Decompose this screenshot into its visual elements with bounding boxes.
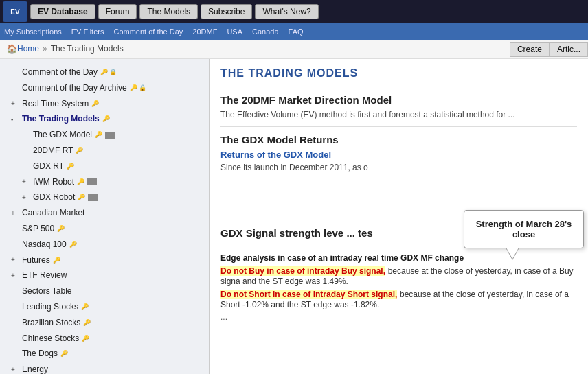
nav-ev-database[interactable]: EV Database xyxy=(30,4,95,19)
key-icon: 🔑 xyxy=(83,318,91,327)
expand-plus-icon: + xyxy=(11,209,19,218)
tooltip-box: Strength of March 28's close xyxy=(464,210,584,248)
sidebar-item-20dmf-rt[interactable]: 20DMF RT 🔑 xyxy=(0,143,209,159)
sub-nav-bar: My Subscriptions EV Filters Comment of t… xyxy=(0,23,588,40)
site-logo: EV xyxy=(3,1,27,22)
sidebar-label: The GDX Model xyxy=(33,129,92,141)
sidebar-label: Comment of the Day Archive xyxy=(22,82,127,94)
tooltip-arrow-inner xyxy=(506,248,519,259)
sidebar-item-sp500[interactable]: S&P 500 🔑 xyxy=(0,221,209,237)
sidebar-label: IWM Robot xyxy=(33,176,74,188)
sidebar-item-real-time-system[interactable]: + Real Time System 🔑 xyxy=(0,96,209,112)
sidebar-label: GDX RT xyxy=(33,161,64,172)
sidebar-item-leading-stocks[interactable]: Leading Stocks 🔑 xyxy=(0,299,209,315)
sidebar-item-brazilian-stocks[interactable]: Brazilian Stocks 🔑 xyxy=(0,315,209,331)
sidebar-item-etf-review[interactable]: + ETF Review xyxy=(0,268,209,283)
page-title: THE TRADING MODELS xyxy=(220,67,577,84)
key-icon: 🔑 xyxy=(102,115,110,124)
key-icon: 🔑 xyxy=(91,100,99,108)
sidebar-label: S&P 500 xyxy=(22,223,54,235)
create-button[interactable]: Create xyxy=(510,42,550,57)
subnav-20dmf[interactable]: 20DMF xyxy=(192,27,217,36)
ellipsis: ... xyxy=(220,312,577,322)
article-button[interactable]: Artic... xyxy=(550,42,588,57)
chart-icon xyxy=(87,178,97,185)
sidebar-label: Real Time System xyxy=(22,98,89,110)
edge-analysis-title: Edge analysis in case of an intraday rea… xyxy=(220,253,577,263)
nav-the-models[interactable]: The Models xyxy=(139,4,198,19)
key-icon: 🔑 xyxy=(57,224,65,233)
expand-plus-icon: + xyxy=(22,177,30,187)
section2-title: The GDX Model Returns xyxy=(220,134,577,145)
sidebar: Comment of the Day 🔑 🔒 Comment of the Da… xyxy=(0,59,210,374)
sidebar-label: Leading Stocks xyxy=(22,301,78,313)
sidebar-label: ETF Review xyxy=(22,270,67,281)
sidebar-item-gdx-model[interactable]: The GDX Model 🔑 xyxy=(0,127,209,143)
sidebar-item-gdx-rt[interactable]: GDX RT 🔑 xyxy=(0,159,209,174)
subnav-canada[interactable]: Canada xyxy=(252,27,279,36)
sidebar-item-futures[interactable]: + Futures 🔑 xyxy=(0,253,209,268)
tooltip-line2: close xyxy=(512,229,535,239)
key-icon: 🔑 xyxy=(100,68,108,77)
subnav-ev-filters[interactable]: EV Filters xyxy=(71,27,104,36)
content-area: THE TRADING MODELS The 20DMF Market Dire… xyxy=(210,59,588,374)
sidebar-item-iwm-robot[interactable]: + IWM Robot 🔑 xyxy=(0,174,209,190)
breadcrumb-separator: » xyxy=(43,44,47,54)
section1-title: The 20DMF Market Direction Model xyxy=(220,94,577,106)
nav-forum[interactable]: Forum xyxy=(98,4,137,19)
sidebar-item-the-dogs[interactable]: The Dogs 🔑 xyxy=(0,346,209,362)
sidebar-label: Sectors Table xyxy=(22,285,72,297)
section1-text: The Effective Volume (EV) method is firs… xyxy=(220,110,577,119)
sidebar-item-comment-archive[interactable]: Comment of the Day Archive 🔑 🔒 xyxy=(0,80,209,96)
breadcrumb-icon: 🏠 xyxy=(7,44,17,54)
short-signal-highlight: Do not Short in case of intraday Short s… xyxy=(220,290,397,299)
nav-whats-new[interactable]: What's New? xyxy=(255,4,318,19)
expand-plus-icon: + xyxy=(11,271,19,281)
main-layout: Comment of the Day 🔑 🔒 Comment of the Da… xyxy=(0,59,588,374)
sidebar-label: Chinese Stocks xyxy=(22,333,79,344)
sidebar-item-nasdaq100[interactable]: Nasdaq 100 🔑 xyxy=(0,237,209,253)
section3-title-end: tes xyxy=(358,227,373,239)
chart-icon xyxy=(105,132,115,139)
sidebar-item-sectors-table[interactable]: Sectors Table xyxy=(0,283,209,299)
sidebar-label: Nasdaq 100 xyxy=(22,239,67,250)
subnav-comment-of-the-day[interactable]: Comment of the Day xyxy=(113,27,183,36)
expand-plus-icon: + xyxy=(11,255,19,265)
subnav-faq[interactable]: FAQ xyxy=(289,27,304,36)
tooltip-line1: Strength of March 28's xyxy=(476,219,572,229)
breadcrumb: 🏠 Home » The Trading Models xyxy=(0,40,131,58)
sidebar-label: Canadian Market xyxy=(22,207,84,219)
section3-title-text: GDX Signal strength leve xyxy=(220,227,343,239)
top-right-buttons: Create Artic... xyxy=(510,42,588,57)
subnav-usa[interactable]: USA xyxy=(227,27,242,36)
sidebar-label: The Dogs xyxy=(22,348,58,360)
sidebar-label: GDX Robot xyxy=(33,191,75,203)
key-icon: 🔑 xyxy=(69,240,77,249)
expand-minus-icon: - xyxy=(11,115,19,124)
key-icon: 🔑 xyxy=(76,146,83,155)
nav-subscribe[interactable]: Subscribe xyxy=(201,4,252,19)
section2-text: Since its launch in December 2011, as o xyxy=(220,163,577,172)
top-nav-bar: EV EV Database Forum The Models Subscrib… xyxy=(0,0,588,23)
sidebar-label: Comment of the Day xyxy=(22,67,98,78)
key-icon: 🔑 xyxy=(67,162,74,171)
subnav-my-subscriptions[interactable]: My Subscriptions xyxy=(4,27,62,36)
key-icon: 🔑 xyxy=(130,84,137,93)
buy-signal-highlight: Do not Buy in case of intraday Buy signa… xyxy=(220,266,385,276)
sidebar-item-energy[interactable]: + Energy xyxy=(0,362,209,374)
breadcrumb-home-link[interactable]: Home xyxy=(17,44,39,54)
key-icon: 🔑 xyxy=(82,334,89,343)
sidebar-label: Energy xyxy=(22,364,48,374)
key-icon: 🔑 xyxy=(78,193,85,202)
sidebar-item-chinese-stocks[interactable]: Chinese Stocks 🔑 xyxy=(0,331,209,347)
sidebar-item-gdx-robot[interactable]: + GDX Robot 🔑 xyxy=(0,189,209,205)
key-icon: 🔑 xyxy=(95,130,102,139)
sidebar-item-comment-of-the-day[interactable]: Comment of the Day 🔑 🔒 xyxy=(0,65,209,80)
sidebar-item-canadian-market[interactable]: + Canadian Market xyxy=(0,205,209,221)
sidebar-label: 20DMF RT xyxy=(33,145,73,156)
breadcrumb-current: The Trading Models xyxy=(51,44,124,54)
expand-plus-icon: + xyxy=(22,193,30,202)
section3-title-ellipsis: ... xyxy=(346,227,355,239)
sidebar-item-trading-models[interactable]: - The Trading Models 🔑 xyxy=(0,111,209,127)
key-icon: 🔑 xyxy=(77,178,84,187)
